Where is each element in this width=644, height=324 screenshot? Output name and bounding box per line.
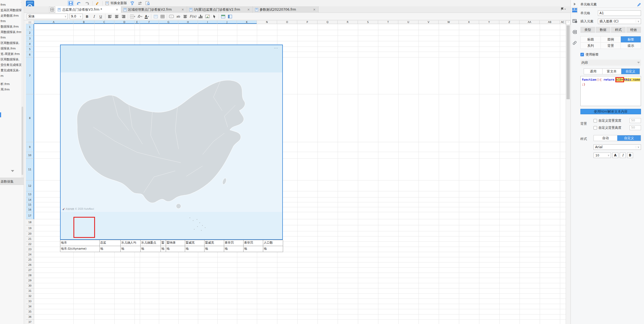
- align-left-button[interactable]: [107, 14, 112, 19]
- insert-chart-button[interactable]: [198, 14, 203, 19]
- font-family-select[interactable]: 宋体 ∨: [27, 14, 68, 19]
- row-header[interactable]: 15: [26, 202, 34, 207]
- report-cell[interactable]: 乐儿德人均: [121, 240, 141, 246]
- insert-element-select[interactable]: 插入图表 (C) ∨: [598, 19, 641, 24]
- grid-row[interactable]: [34, 278, 566, 283]
- file-tree-item[interactable]: 走势数据.frm: [1, 13, 21, 19]
- row-header[interactable]: 33: [26, 299, 34, 304]
- style-option-button[interactable]: 标签: [621, 36, 641, 42]
- column-header[interactable]: O: [277, 21, 297, 24]
- report-cell[interactable]: 乐儿德重点: [141, 240, 161, 246]
- grid-row[interactable]: [34, 273, 566, 278]
- row-header[interactable]: 7: [26, 57, 34, 94]
- row-header[interactable]: 37: [26, 320, 34, 324]
- multi-sheet-icon[interactable]: [49, 7, 55, 13]
- report-cell[interactable]: 地: [166, 246, 185, 252]
- column-header[interactable]: H: [178, 21, 198, 24]
- bg-height-checkbox[interactable]: [593, 126, 597, 130]
- bold-toggle-button[interactable]: B: [627, 153, 633, 158]
- column-header[interactable]: G: [159, 21, 178, 24]
- row-header[interactable]: 6: [26, 52, 34, 57]
- row-header[interactable]: 5: [26, 47, 34, 52]
- custom-label-code-editor[interactable]: function(){ return b19+this.name;}: [580, 76, 641, 106]
- underline-button[interactable]: U: [98, 14, 103, 19]
- font-color-button[interactable]: A: [612, 153, 618, 158]
- panel-tab[interactable]: 样式: [611, 27, 626, 33]
- scrollbar-thumb[interactable]: [566, 25, 570, 99]
- document-tab[interactable]: 区域经理重点门诊看板V2.frm✕: [121, 6, 187, 13]
- row-header[interactable]: 13: [26, 191, 34, 197]
- grid-row[interactable]: [34, 36, 566, 41]
- content-mode-tab[interactable]: 富文本: [603, 69, 621, 74]
- row-header[interactable]: 34: [26, 304, 34, 309]
- content-mode-tab[interactable]: 自定义: [621, 69, 640, 74]
- file-tree-item[interactable]: 周数据报表.frm: [1, 30, 21, 35]
- save-button[interactable]: [68, 1, 74, 6]
- row-header[interactable]: 36: [26, 314, 34, 320]
- floating-element-tab[interactable]: [572, 29, 578, 35]
- grid-row[interactable]: [34, 30, 566, 36]
- column-header[interactable]: AC: [560, 21, 566, 24]
- column-header[interactable]: A: [34, 21, 73, 24]
- file-tree-item[interactable]: 析.frm: [1, 81, 21, 87]
- report-cell[interactable]: 地: [100, 246, 121, 252]
- edit-pencil-icon[interactable]: [637, 3, 641, 7]
- row-header[interactable]: 14: [26, 197, 34, 202]
- italic-button[interactable]: I: [91, 14, 96, 19]
- row-header[interactable]: 29: [26, 278, 34, 283]
- row-header[interactable]: 30: [26, 283, 34, 288]
- swap-button[interactable]: [137, 1, 143, 6]
- column-header[interactable]: B: [73, 21, 94, 24]
- pointer-button[interactable]: [212, 14, 217, 19]
- row-header[interactable]: 10: [26, 152, 34, 159]
- column-headers[interactable]: ABCDEFGHIJKNOPQRSTUVWXYZAAABAC: [34, 21, 566, 24]
- report-cell[interactable]: 地市.G(cityname): [60, 246, 100, 252]
- grid-row[interactable]: [34, 314, 566, 320]
- tab-overflow-button[interactable]: ▾: [561, 7, 566, 11]
- bg-width-input[interactable]: 50: [630, 118, 641, 123]
- cell-element-tab[interactable]: [572, 7, 578, 13]
- report-data-table[interactable]: 地市总监乐儿德人均乐儿德重点盟盟纳康盟威克盟威克喜菲贝喜菲贝人口数地市.G(ci…: [60, 240, 283, 252]
- row-header[interactable]: 24: [26, 252, 34, 257]
- bg-height-input[interactable]: 50: [630, 125, 641, 130]
- row-header[interactable]: 1: [26, 24, 34, 30]
- format-painter-button[interactable]: [95, 1, 100, 6]
- report-cell[interactable]: 地市: [60, 240, 100, 246]
- bg-width-checkbox[interactable]: [593, 119, 597, 122]
- chevron-down-icon[interactable]: [11, 170, 14, 172]
- row-header[interactable]: 31: [26, 288, 34, 294]
- row-header[interactable]: 23: [26, 247, 34, 252]
- label-size-select[interactable]: 10 ∨: [593, 153, 611, 158]
- hyperlink-tab[interactable]: [572, 40, 578, 46]
- report-cell[interactable]: 人口数: [263, 240, 283, 246]
- collapse-panel-button[interactable]: [572, 1, 578, 7]
- column-header[interactable]: T: [378, 21, 398, 24]
- style-option-button[interactable]: 提示: [621, 43, 641, 49]
- row-header[interactable]: 27: [26, 268, 34, 273]
- close-icon[interactable]: ✕: [115, 8, 119, 11]
- document-tab[interactable]: (内置)总监重点门诊看板V2.frm✕: [187, 6, 253, 13]
- report-cell[interactable]: 盟威克: [204, 240, 224, 246]
- column-header[interactable]: J: [217, 21, 237, 24]
- column-header[interactable]: Z: [499, 21, 520, 24]
- chart-more-menu[interactable]: ⋯: [274, 46, 278, 51]
- grid-row[interactable]: [34, 299, 566, 304]
- close-icon[interactable]: ✕: [181, 8, 185, 11]
- close-icon[interactable]: ✕: [247, 8, 250, 11]
- report-cell[interactable]: 地: [121, 246, 141, 252]
- row-header[interactable]: 3: [26, 36, 34, 41]
- cell-ref-input[interactable]: A1: [598, 10, 641, 16]
- style-option-button[interactable]: 图例: [601, 36, 621, 42]
- column-header[interactable]: V: [419, 21, 439, 24]
- server-datasets-section[interactable]: 器数据集: [0, 178, 24, 185]
- document-tab[interactable]: 参数测试20220706.frm✕: [253, 6, 319, 13]
- file-tree-item[interactable]: frm: [1, 19, 21, 24]
- report-cell[interactable]: 盟: [161, 240, 166, 246]
- panel-tab[interactable]: 数据: [596, 27, 610, 33]
- report-cell[interactable]: 地: [224, 246, 244, 252]
- column-header[interactable]: N: [257, 21, 277, 24]
- grid-row[interactable]: [34, 252, 566, 257]
- report-cell[interactable]: 地: [204, 246, 224, 252]
- column-header[interactable]: U: [398, 21, 419, 24]
- grid-row[interactable]: [34, 320, 566, 324]
